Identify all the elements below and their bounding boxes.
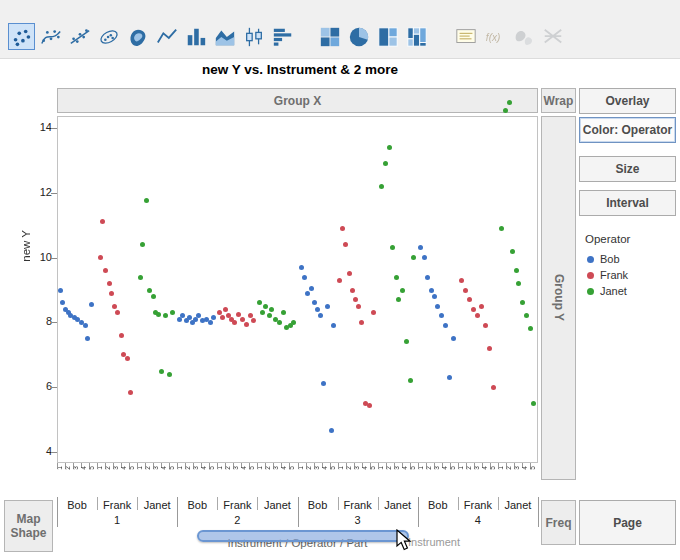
part-tick-label: 4 (322, 466, 329, 470)
size-button[interactable]: Size (579, 156, 676, 182)
part-tick-label: 2 (306, 466, 313, 470)
instrument-tick-label: 3 (298, 514, 418, 526)
part-tick-label: 3 (233, 466, 240, 470)
line-of-fit-icon[interactable] (66, 23, 93, 50)
page-button[interactable]: Page (579, 500, 676, 545)
part-tick-label: 5 (169, 466, 176, 470)
part-tick-label: 2 (386, 466, 393, 470)
overlay-button[interactable]: Overlay (579, 88, 676, 114)
part-tick-label: 5 (89, 466, 96, 470)
operator-tick-label: Frank (338, 499, 378, 511)
bar-icon[interactable] (182, 23, 209, 50)
map-shapes-icon[interactable] (510, 23, 537, 50)
part-tick-label: 4 (161, 466, 168, 470)
part-tick-label: 2 (185, 466, 192, 470)
part-tick-label: 1 (177, 466, 184, 470)
part-tick-label: 1 (217, 466, 224, 470)
instrument-tick-label: 4 (418, 514, 538, 526)
part-tick-label: 3 (193, 466, 200, 470)
y-tick-label: 14 (28, 121, 52, 133)
part-tick-label: 5 (129, 466, 136, 470)
y-tick-label: 12 (28, 186, 52, 198)
instrument-boundary-tick (418, 497, 419, 527)
part-tick-label: 3 (394, 466, 401, 470)
area-icon[interactable] (211, 23, 238, 50)
element-type-toolbar: f(x) (0, 0, 680, 59)
part-tick-label: 5 (450, 466, 457, 470)
part-tick-label: 3 (474, 466, 481, 470)
operator-boundary-tick (378, 497, 379, 510)
legend-swatch-icon (587, 272, 594, 279)
operator-boundary-tick (498, 497, 499, 510)
graph-builder-window: f(x) new Y vs. Instrument & 2 more Group… (0, 0, 680, 560)
part-tick-label: 3 (273, 466, 280, 470)
legend-swatch-icon (587, 288, 594, 295)
formula-icon[interactable]: f(x) (481, 23, 508, 50)
ellipse-icon[interactable] (95, 23, 122, 50)
part-tick-label: 1 (57, 466, 64, 470)
part-tick-label: 4 (201, 466, 208, 470)
y-tick-label: 10 (28, 251, 52, 263)
part-tick-label: 4 (281, 466, 288, 470)
operator-boundary-tick (137, 497, 138, 510)
group-y-zone[interactable]: Group Y (541, 116, 576, 480)
part-tick-label: 4 (362, 466, 369, 470)
operator-tick-label: Janet (137, 499, 177, 511)
part-tick-label: 1 (97, 466, 104, 470)
legend-item-label: Frank (600, 269, 628, 281)
operator-boundary-tick (97, 497, 98, 510)
part-tick-label: 5 (490, 466, 497, 470)
legend-swatch-icon (587, 256, 594, 263)
points-icon[interactable] (8, 23, 35, 50)
legend-item-frank[interactable]: Frank (587, 268, 628, 282)
caption-box-icon[interactable] (452, 23, 479, 50)
chart-title: new Y vs. Instrument & 2 more (0, 62, 600, 77)
operator-tick-label: Janet (498, 499, 538, 511)
part-tick-label: 4 (81, 466, 88, 470)
part-tick-label: 3 (153, 466, 160, 470)
operator-tick-label: Janet (378, 499, 418, 511)
heatmap-icon[interactable] (316, 23, 343, 50)
part-tick-label: 1 (498, 466, 505, 470)
part-tick-label: 5 (289, 466, 296, 470)
part-tick-label: 4 (522, 466, 529, 470)
part-tick-label: 1 (137, 466, 144, 470)
operator-tick-label: Bob (177, 499, 217, 511)
parallel-icon[interactable] (539, 23, 566, 50)
plot-area[interactable] (57, 116, 538, 463)
legend-item-janet[interactable]: Janet (587, 284, 627, 298)
part-tick-label: 3 (354, 466, 361, 470)
part-tick-label: 1 (378, 466, 385, 470)
instrument-boundary-tick (298, 497, 299, 527)
contour-icon[interactable] (124, 23, 151, 50)
line-icon[interactable] (153, 23, 180, 50)
part-tick-label: 5 (370, 466, 377, 470)
part-tick-label: 4 (121, 466, 128, 470)
interval-button[interactable]: Interval (579, 190, 676, 216)
svg-text:f(x): f(x) (485, 31, 500, 42)
freq-zone[interactable]: Freq (541, 500, 576, 545)
part-tick-label: 2 (105, 466, 112, 470)
smoother-icon[interactable] (37, 23, 64, 50)
operator-tick-label: Frank (458, 499, 498, 511)
legend-item-bob[interactable]: Bob (587, 252, 620, 266)
legend-item-label: Janet (600, 285, 627, 297)
map-shape-zone[interactable]: Map Shape (4, 500, 53, 552)
color-button[interactable]: Color: Operator (579, 117, 676, 143)
group-x-zone[interactable]: Group X (57, 88, 538, 113)
histogram-icon[interactable] (269, 23, 296, 50)
part-tick-label: 5 (530, 466, 537, 470)
operator-boundary-tick (458, 497, 459, 510)
treemap-icon[interactable] (374, 23, 401, 50)
operator-boundary-tick (217, 497, 218, 510)
part-tick-label: 5 (410, 466, 417, 470)
legend-item-label: Bob (600, 253, 620, 265)
box-plot-icon[interactable] (240, 23, 267, 50)
part-tick-label: 2 (466, 466, 473, 470)
mosaic-icon[interactable] (403, 23, 430, 50)
pie-icon[interactable] (345, 23, 372, 50)
part-tick-label: 4 (402, 466, 409, 470)
axis-nest-slider[interactable] (197, 530, 409, 542)
wrap-zone[interactable]: Wrap (541, 88, 576, 113)
part-tick-label: 2 (346, 466, 353, 470)
